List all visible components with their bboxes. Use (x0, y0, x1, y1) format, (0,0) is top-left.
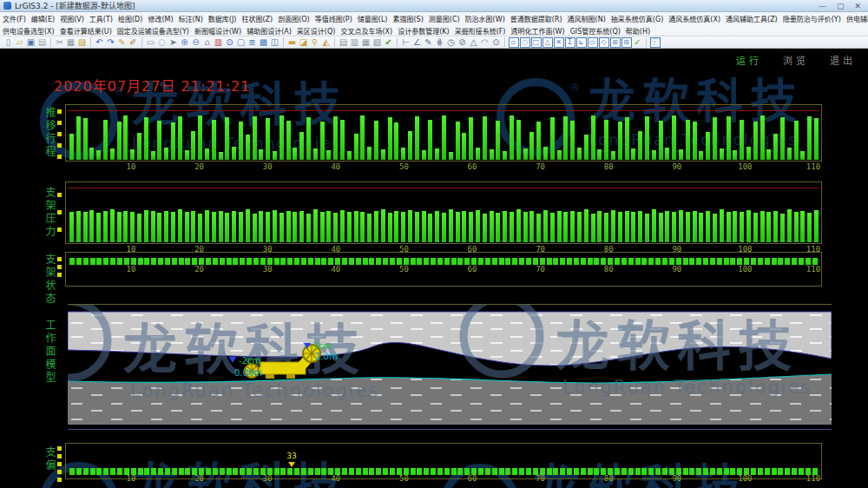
snap-triangle-icon[interactable]: △ (542, 37, 553, 48)
menu-item[interactable]: 修改(M) (145, 14, 175, 23)
new-icon[interactable]: ▯ (3, 37, 14, 48)
export-2-icon[interactable]: ▥ (350, 37, 360, 48)
full-extent-icon[interactable]: ▥ (214, 37, 224, 48)
menu-item[interactable]: 供电辅助制图(Z) (844, 14, 868, 23)
menu-item[interactable]: GIS管控系统(Q) (568, 26, 623, 36)
select-cursor-icon[interactable]: ➤ (168, 37, 179, 48)
menu-item[interactable]: 编辑(E) (29, 14, 57, 23)
snap-cross-icon[interactable]: ✕ (554, 37, 564, 48)
menu-item[interactable]: 柱状图(Z) (239, 14, 275, 23)
menu-item[interactable]: 数据库(J) (206, 14, 240, 23)
menu-item[interactable]: 通风制图(N) (565, 14, 608, 23)
hatch-tool-icon[interactable]: ⋕ (435, 37, 445, 48)
menu-item[interactable]: 剖面图(O) (275, 14, 312, 23)
surveyor-icon[interactable]: ⚲ (310, 37, 320, 48)
open-icon[interactable]: ▱ (15, 37, 25, 48)
page-flip-icon[interactable]: ◪ (299, 37, 309, 48)
paste-icon[interactable]: ▨ (77, 37, 88, 48)
map-sheet-icon[interactable]: ◫ (270, 37, 280, 48)
menu-item[interactable]: 抽采系统仿真(G) (608, 14, 666, 23)
bar (618, 122, 622, 160)
undo-icon[interactable]: ↶ (95, 37, 105, 48)
menu-item[interactable]: 视图(V) (57, 14, 87, 23)
menu-item[interactable]: 采区设计(Q) (294, 26, 339, 36)
menu-item[interactable]: 通风系统仿真(X) (666, 14, 723, 23)
grid-icon[interactable]: ▩ (259, 37, 269, 48)
style-pen-icon[interactable]: ✐ (128, 37, 139, 48)
dot-circle-icon[interactable]: ⊙ (491, 37, 502, 48)
print-map-icon[interactable]: ▦ (361, 37, 372, 48)
browse-button[interactable]: 浏览 (783, 53, 809, 67)
menu-item[interactable]: 设计参数管理(K) (395, 26, 452, 36)
menu-item[interactable]: 交叉点及车场(X) (338, 26, 395, 36)
print-icon[interactable]: ▤ (37, 37, 48, 48)
apply-check-icon[interactable]: ✓ (633, 37, 643, 48)
maximize-button[interactable]: ▢ (837, 2, 845, 10)
menu-item[interactable]: 标注(N) (176, 14, 206, 23)
snap-diamond-icon[interactable]: ◇ (599, 37, 609, 48)
grid-88-b-icon[interactable]: ⊞ (621, 37, 632, 48)
snap-sigma-icon[interactable]: Σ (565, 37, 575, 48)
menu-item[interactable]: 储量图(L) (355, 14, 391, 23)
zoom-in-icon[interactable]: ⊕ (180, 37, 190, 48)
no-draw-icon[interactable]: ⊘ (457, 37, 468, 48)
pan-icon[interactable]: ▭ (146, 37, 156, 48)
menu-item[interactable]: 采掘衔接系统(F) (452, 26, 509, 36)
minimize-button[interactable]: — (819, 2, 826, 10)
snap-node-icon[interactable]: ▫ (509, 37, 519, 48)
grid-88-a-icon[interactable]: ⊞ (610, 37, 621, 48)
menu-item[interactable]: 通风辅助工具(Z) (723, 14, 780, 23)
hline-tool-icon[interactable]: ⊢ (401, 37, 411, 48)
close-button[interactable]: ✕ (854, 2, 861, 10)
bar (449, 152, 453, 160)
layout-icon[interactable]: ▢ (236, 37, 247, 48)
copy-icon[interactable]: ▦ (66, 37, 76, 48)
zoom-out-icon[interactable]: ⊖ (191, 37, 201, 48)
menu-item[interactable]: 绘图(D) (115, 14, 145, 23)
orbit-icon[interactable]: ◌ (157, 37, 168, 48)
snap-perp-icon[interactable]: ⊾ (576, 37, 587, 48)
menu-item[interactable]: 普通数据提取(R) (508, 14, 565, 23)
save-map-icon[interactable]: ▧ (372, 37, 383, 48)
bar (727, 212, 731, 242)
edit-green-icon[interactable]: ✔ (384, 37, 394, 48)
menu-item[interactable]: 文件(F) (0, 14, 29, 23)
arc-tool-icon[interactable]: ◠ (480, 37, 490, 48)
menu-item[interactable]: 供电设备选型(X) (0, 26, 57, 36)
snap-rect-icon[interactable]: ▭ (588, 37, 598, 48)
axis-tick-label: 100 (738, 245, 752, 254)
menu-item[interactable]: 工具(T) (87, 14, 115, 23)
run-button[interactable]: 运行 (736, 53, 762, 67)
menu-item[interactable]: 防治水图(W) (463, 14, 508, 23)
menu-item[interactable]: 辅助图设计(A) (244, 26, 294, 36)
save-icon[interactable]: ▣ (26, 37, 36, 48)
exit-button[interactable]: 退出 (830, 53, 856, 67)
menu-item[interactable]: 等值线图(P) (312, 14, 355, 23)
cut-icon[interactable]: ✂ (55, 37, 65, 48)
menu-item[interactable]: 素描图(S) (390, 14, 425, 23)
status-cell (335, 258, 340, 265)
format-brush-icon[interactable]: ✎ (117, 37, 128, 48)
prism-icon[interactable]: ◭ (321, 37, 332, 48)
snap-square-icon[interactable]: □ (531, 37, 542, 48)
layers-icon[interactable]: ≣ (247, 37, 258, 48)
add-view-icon[interactable]: ⊙ (225, 37, 235, 48)
zoom-window-icon[interactable]: ⌂ (202, 37, 213, 48)
snap-circle-icon[interactable]: ○ (520, 37, 530, 48)
triangle-tool-icon[interactable]: △ (469, 37, 479, 48)
pen-line-icon[interactable]: ✎ (424, 37, 434, 48)
angle-tool-icon[interactable]: ∠ (412, 37, 423, 48)
menu-item[interactable]: 测量图(C) (426, 14, 463, 23)
redo-icon[interactable]: ↷ (106, 37, 116, 48)
export-1-icon[interactable]: ▤ (339, 37, 349, 48)
info-icon[interactable]: ⓘ (650, 37, 661, 48)
map-canvas[interactable]: ®龙软科技LongRuan Technologies®龙软科技LongRuan … (0, 49, 868, 488)
menu-item[interactable]: 查看计算结果(U) (57, 26, 115, 36)
clock-tool-icon[interactable]: ◷ (446, 37, 457, 48)
menu-item[interactable]: 固定及运输设备选型(Y) (115, 26, 192, 36)
flat-rect-icon[interactable]: ▬ (287, 37, 298, 48)
menu-item[interactable]: 帮助(H) (623, 26, 653, 36)
menu-item[interactable]: 隐患防治与评价(Y) (780, 14, 844, 23)
menu-item[interactable]: 透明化工作面(W) (508, 26, 567, 36)
menu-item[interactable]: 新图幅设计(W) (192, 26, 244, 36)
